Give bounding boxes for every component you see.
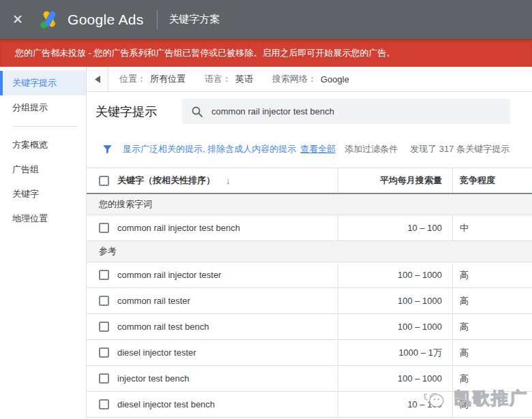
- row-checkbox[interactable]: [99, 296, 109, 306]
- avg-monthly-searches: 1000 – 1万: [338, 340, 452, 365]
- sidebar-item-label: 关键字提示: [12, 77, 57, 89]
- section-title: 参考: [99, 245, 117, 258]
- brand-title: Google Ads: [68, 12, 144, 28]
- title-row: 关键字提示 common rail injector test bench: [87, 92, 532, 131]
- language-label: 语言：: [205, 73, 231, 85]
- keyword-ideas-table: 关键字（按相关性排序） ↓ 平均每月搜索量 竞争程度 您的搜索字词 common…: [87, 168, 532, 418]
- sidebar-item-keywords[interactable]: 关键字: [0, 182, 86, 206]
- avg-monthly-searches: 100 – 1000: [338, 262, 452, 288]
- language-setting[interactable]: 语言： 英语: [205, 73, 253, 85]
- section-title: 您的搜索字词: [99, 198, 152, 211]
- sidebar-item-label: 方案概览: [12, 139, 48, 151]
- row-checkbox[interactable]: [99, 223, 109, 233]
- row-checkbox[interactable]: [99, 373, 109, 384]
- avg-monthly-searches: 100 – 1000: [338, 288, 452, 313]
- table-row[interactable]: common rail injector test bench 10 – 100…: [87, 215, 532, 241]
- location-label: 位置：: [119, 73, 146, 85]
- avg-monthly-searches: 10 – 100: [338, 215, 452, 240]
- sidebar-item-plan-overview[interactable]: 方案概览: [0, 133, 86, 157]
- table-row[interactable]: common rail injector tester 100 – 1000 高: [87, 262, 532, 288]
- keyword-text: diesel injector test bench: [117, 399, 215, 409]
- add-filter-button[interactable]: 添加过滤条件: [344, 143, 398, 155]
- keyword-column-header: 关键字（按相关性排序）: [117, 174, 215, 187]
- competition-value: 中: [452, 215, 532, 240]
- result-count: 发现了 317 条关键字提示: [410, 143, 509, 155]
- sidebar-divider: [12, 126, 78, 127]
- location-value: 所有位置: [150, 73, 186, 85]
- targeting-toolbar: 位置： 所有位置 语言： 英语 搜索网络： Google: [87, 67, 532, 92]
- keyword-text: common rail test bench: [117, 322, 209, 332]
- keyword-text: common rail injector tester: [117, 270, 221, 280]
- alert-text: 您的广告都未投放 - 您的广告系列和广告组已暂停或已被移除。启用之后即可开始展示…: [15, 47, 396, 59]
- competition-value: 高: [452, 392, 532, 417]
- row-checkbox[interactable]: [99, 347, 109, 358]
- avg-monthly-searches: 10 – 100: [338, 392, 452, 417]
- topbar-divider: [157, 10, 158, 29]
- top-bar: ✕ Google Ads 关键字方案: [0, 0, 532, 39]
- row-checkbox[interactable]: [99, 399, 109, 409]
- filter-icon: [102, 144, 113, 155]
- sidebar-item-label: 关键字: [12, 188, 39, 200]
- sidebar: 关键字提示 分组提示 方案概览 广告组 关键字 地理位置: [0, 67, 87, 419]
- avg-monthly-searches: 100 – 1000: [338, 366, 452, 391]
- volume-column-header[interactable]: 平均每月搜索量: [338, 168, 452, 193]
- row-checkbox[interactable]: [99, 322, 109, 332]
- sidebar-item-label: 广告组: [12, 164, 39, 176]
- sidebar-item-grouped-ideas[interactable]: 分组提示: [0, 95, 86, 120]
- language-value: 英语: [235, 73, 253, 85]
- competition-value: 高: [452, 262, 532, 288]
- section-header-your-terms: 您的搜索字词: [87, 194, 532, 215]
- close-icon[interactable]: ✕: [12, 13, 30, 26]
- back-arrow-icon: [95, 76, 100, 83]
- section-header-reference: 参考: [87, 241, 532, 262]
- ads-paused-alert-banner: 您的广告都未投放 - 您的广告系列和广告组已暂停或已被移除。启用之后即可开始展示…: [0, 39, 532, 67]
- sidebar-item-ad-groups[interactable]: 广告组: [0, 157, 86, 182]
- sidebar-item-keyword-ideas[interactable]: 关键字提示: [0, 71, 86, 95]
- table-row[interactable]: diesel injector tester 1000 – 1万 高: [87, 340, 532, 366]
- main-panel: 位置： 所有位置 语言： 英语 搜索网络： Google 关键字提示: [87, 67, 532, 419]
- page-title: 关键字方案: [169, 13, 220, 26]
- select-all-checkbox[interactable]: [99, 176, 109, 186]
- google-ads-keyword-planner: ✕ Google Ads 关键字方案 您的广告都未投放 - 您的广告系列和广告组…: [0, 0, 532, 419]
- keyword-text: injector test bench: [117, 373, 190, 384]
- sidebar-item-label: 地理位置: [12, 213, 48, 225]
- keyword-text: diesel injector tester: [117, 347, 196, 358]
- google-ads-logo-icon: [38, 10, 61, 29]
- competition-value: 高: [452, 340, 532, 365]
- competition-value: 高: [452, 366, 532, 391]
- competition-column-header[interactable]: 竞争程度: [452, 168, 532, 193]
- search-icon: [192, 106, 203, 117]
- competition-value: 高: [452, 288, 532, 313]
- table-header: 关键字（按相关性排序） ↓ 平均每月搜索量 竞争程度: [87, 168, 532, 194]
- table-row[interactable]: injector test bench 100 – 1000 高: [87, 366, 532, 392]
- sidebar-item-label: 分组提示: [12, 102, 48, 114]
- filter-bar: 显示广泛相关的提示, 排除含成人内容的提示 查看全部 添加过滤条件 发现了 31…: [87, 131, 532, 168]
- row-checkbox[interactable]: [99, 270, 109, 280]
- network-setting[interactable]: 搜索网络： Google: [272, 73, 349, 85]
- filter-hint-text: 显示广泛相关的提示, 排除含成人内容的提示: [123, 143, 296, 155]
- keyword-text: common rail injector test bench: [117, 223, 240, 233]
- view-all-link[interactable]: 查看全部: [300, 143, 336, 155]
- section-heading: 关键字提示: [95, 104, 157, 120]
- keyword-search-input[interactable]: common rail injector test bench: [182, 99, 510, 124]
- sidebar-item-locations[interactable]: 地理位置: [0, 206, 86, 231]
- competition-value: 高: [452, 314, 532, 339]
- location-setting[interactable]: 位置： 所有位置: [119, 73, 186, 85]
- avg-monthly-searches: 100 – 1000: [338, 314, 452, 339]
- network-label: 搜索网络：: [272, 73, 316, 85]
- table-row[interactable]: common rail tester 100 – 1000 高: [87, 288, 532, 314]
- keyword-text: common rail tester: [117, 296, 190, 306]
- table-row[interactable]: diesel injector test bench 10 – 100 高: [87, 392, 532, 418]
- network-value: Google: [321, 74, 349, 84]
- table-row[interactable]: common rail test bench 100 – 1000 高: [87, 314, 532, 340]
- search-query-text: common rail injector test bench: [211, 106, 334, 117]
- back-button[interactable]: [87, 67, 108, 91]
- sort-descending-icon[interactable]: ↓: [226, 175, 231, 186]
